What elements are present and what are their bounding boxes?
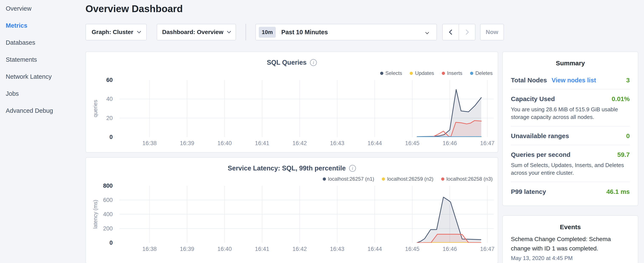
summary-row-label: P99 latency xyxy=(511,188,546,195)
sidebar-item-databases[interactable]: Databases xyxy=(0,34,86,51)
chart-title-row: Service Latency: SQL, 99th percentile xyxy=(86,164,498,172)
chevron-down-icon xyxy=(426,31,429,34)
x-tick-label: 16:40 xyxy=(212,140,237,147)
legend-dot-icon xyxy=(323,177,326,181)
chart-title-row: SQL Queries xyxy=(86,59,498,66)
sql-queries-chart-card: SQL Queries SelectsUpdatesInsertsDeletes… xyxy=(86,52,498,153)
y-tick-label: 600 xyxy=(86,197,113,203)
chevron-right-icon xyxy=(464,29,469,35)
y-tick-label: 40 xyxy=(86,96,113,102)
x-tick-label: 16:38 xyxy=(137,246,162,252)
controls-divider xyxy=(246,24,246,41)
summary-row-value: 3 xyxy=(626,77,630,84)
summary-row-value: 0 xyxy=(626,132,630,140)
chart-legend: SelectsUpdatesInsertsDeletes xyxy=(380,70,493,76)
chart-title: SQL Queries xyxy=(267,59,306,66)
summary-row-value: 46.1 ms xyxy=(606,188,630,195)
chart-plot[interactable] xyxy=(120,80,494,137)
summary-row: Total NodesView nodes list3 xyxy=(511,71,630,89)
dashboard-dropdown[interactable]: Dashboard: Overview xyxy=(157,24,236,41)
chart-title: Service Latency: SQL, 99th percentile xyxy=(228,164,346,172)
x-tick-label: 16:45 xyxy=(400,140,425,147)
view-nodes-list-link[interactable]: View nodes list xyxy=(552,77,596,84)
chart-svg xyxy=(120,186,494,243)
x-tick-label: 16:42 xyxy=(287,140,312,147)
legend-item: Updates xyxy=(410,70,434,76)
sidebar-nav: OverviewMetricsDatabasesStatementsNetwor… xyxy=(0,0,86,263)
chevron-down-icon xyxy=(137,29,141,34)
service-latency-chart-card: Service Latency: SQL, 99th percentile lo… xyxy=(86,157,498,263)
chart-y-axis-label: queries xyxy=(92,100,98,117)
x-tick-label: 16:46 xyxy=(437,140,462,147)
event-timestamp: May 13, 2020 at 4:45 PM xyxy=(511,255,630,261)
summary-row-description: You are using 28.6 MiB of 515.9 GiB usab… xyxy=(511,106,630,121)
sidebar-item-advanced-debug[interactable]: Advanced Debug xyxy=(0,102,86,119)
chevron-down-icon xyxy=(227,29,231,34)
legend-item: Deletes xyxy=(470,70,492,76)
events-panel: Events Schema Change Completed: Schema c… xyxy=(502,215,638,263)
y-tick-label: 20 xyxy=(86,115,113,121)
y-tick-label: 0 xyxy=(86,240,113,246)
events-title: Events xyxy=(511,223,630,231)
legend-label: Updates xyxy=(415,70,434,76)
y-tick-label: 800 xyxy=(86,183,113,189)
sidebar-item-network-latency[interactable]: Network Latency xyxy=(0,68,86,85)
now-button[interactable]: Now xyxy=(480,24,504,41)
chart-plot[interactable] xyxy=(120,186,494,243)
sidebar-item-jobs[interactable]: Jobs xyxy=(0,85,86,102)
summary-row-label: Capacity Used xyxy=(511,95,555,103)
app: OverviewMetricsDatabasesStatementsNetwor… xyxy=(0,0,644,263)
legend-dot-icon xyxy=(382,177,385,181)
graph-dropdown[interactable]: Graph: Cluster xyxy=(86,24,147,41)
event-text: Schema Change Completed: Schema change w… xyxy=(511,234,630,253)
x-tick-label: 16:41 xyxy=(250,140,275,147)
summary-row-label: Queries per second xyxy=(511,151,570,158)
time-range-badge: 10m xyxy=(259,27,276,38)
dashboard-dropdown-label: Dashboard: Overview xyxy=(162,29,224,36)
x-tick-label: 16:44 xyxy=(362,246,388,252)
sidebar-item-metrics[interactable]: Metrics xyxy=(0,17,86,34)
summary-row-label: Unavailable ranges xyxy=(511,132,569,140)
time-pager xyxy=(442,24,476,41)
time-range-dropdown[interactable]: 10m Past 10 Minutes xyxy=(255,24,437,41)
time-back-button[interactable] xyxy=(442,24,459,41)
summary-row-description: Sum of Selects, Updates, Inserts, and De… xyxy=(511,161,630,177)
summary-rows: Total NodesView nodes list3Capacity Used… xyxy=(511,71,630,200)
summary-row: Capacity Used0.01%You are using 28.6 MiB… xyxy=(511,89,630,126)
x-tick-label: 16:39 xyxy=(174,246,200,252)
legend-item: localhost:26257 (n1) xyxy=(323,176,374,182)
time-forward-button[interactable] xyxy=(459,24,476,41)
y-tick-label: 200 xyxy=(86,225,113,231)
legend-label: Inserts xyxy=(447,70,462,76)
controls-bar: Graph: Cluster Dashboard: Overview 10m P… xyxy=(86,24,638,41)
events-list: Schema Change Completed: Schema change w… xyxy=(511,234,630,261)
legend-dot-icon xyxy=(380,72,383,75)
y-tick-label: 0 xyxy=(86,134,113,140)
chart-svg xyxy=(120,80,494,137)
time-range-label: Past 10 Minutes xyxy=(281,29,328,36)
x-tick-label: 16:45 xyxy=(400,246,425,252)
legend-label: Deletes xyxy=(476,70,492,76)
y-tick-label: 60 xyxy=(86,77,113,83)
summary-row-value: 59.7 xyxy=(618,151,630,158)
legend-label: localhost:26258 (n3) xyxy=(446,176,492,182)
x-tick-label: 16:40 xyxy=(212,246,237,252)
y-tick-label: 400 xyxy=(86,211,113,217)
chart-legend: localhost:26257 (n1)localhost:26259 (n2)… xyxy=(323,176,492,182)
summary-row: Queries per second59.7Sum of Selects, Up… xyxy=(511,145,630,182)
sidebar-item-overview[interactable]: Overview xyxy=(0,0,86,17)
summary-title: Summary xyxy=(511,60,630,67)
summary-panel: Summary Total NodesView nodes list3Capac… xyxy=(502,52,638,206)
event-item: Schema Change Completed: Schema change w… xyxy=(511,234,630,261)
legend-dot-icon xyxy=(470,72,473,75)
legend-dot-icon xyxy=(442,72,445,75)
summary-row: Unavailable ranges0 xyxy=(511,126,630,145)
info-icon[interactable] xyxy=(349,165,356,172)
info-icon[interactable] xyxy=(310,59,317,66)
dashboard-content: SQL Queries SelectsUpdatesInsertsDeletes… xyxy=(86,52,638,263)
legend-label: Selects xyxy=(386,70,402,76)
sidebar-item-statements[interactable]: Statements xyxy=(0,51,86,68)
legend-label: localhost:26259 (n2) xyxy=(387,176,433,182)
x-tick-label: 16:43 xyxy=(324,246,350,252)
legend-item: Inserts xyxy=(442,70,462,76)
